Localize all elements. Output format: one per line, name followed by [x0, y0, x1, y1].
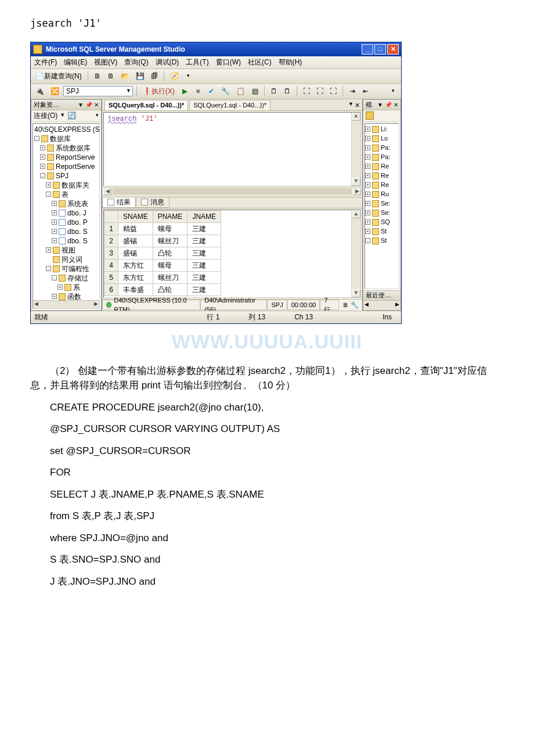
tree-node[interactable]: +系统表 [33, 199, 99, 208]
expand-icon[interactable]: + [365, 164, 370, 169]
connect-link[interactable]: 连接(O) [34, 110, 57, 121]
tree-node[interactable]: +Re [365, 181, 399, 190]
expand-icon[interactable]: + [46, 182, 51, 188]
parse-icon[interactable]: ✔ [205, 85, 217, 97]
tree-node[interactable]: +Pa: [365, 143, 399, 153]
menu-query[interactable]: 查询(Q) [124, 57, 148, 67]
results-text-icon[interactable]: ▤ [249, 85, 261, 97]
tree-node[interactable]: +Se: [365, 208, 399, 218]
expand-icon[interactable]: + [52, 210, 57, 215]
connect-dropdown-icon[interactable]: ▼ [60, 111, 65, 120]
expand-icon[interactable]: + [40, 164, 45, 169]
tree-node[interactable]: +Li: [365, 125, 399, 134]
tree-node[interactable]: +dbo. S [33, 236, 99, 246]
tree-node[interactable]: +系 [33, 283, 99, 292]
table-row[interactable]: 3盛锡凸轮三建 [104, 247, 221, 259]
open-icon[interactable]: 📂 [118, 70, 132, 82]
tree-node[interactable]: +Lo [365, 134, 399, 143]
change-connection-icon[interactable]: 🔀 [48, 85, 62, 97]
table-row[interactable]: 4东方红螺母三建 [104, 259, 221, 271]
minimize-button[interactable]: _ [362, 44, 373, 55]
editor-scrollbar-vertical[interactable]: ▲ ▼ [351, 113, 360, 186]
pin-icon[interactable]: 📌 [85, 102, 92, 108]
table-row[interactable]: 6丰泰盛凸轮三建 [104, 283, 221, 296]
tree-node[interactable]: +ReportServe [33, 162, 99, 171]
expand-icon[interactable]: + [365, 229, 370, 234]
dropdown-icon[interactable]: ▼ [78, 102, 84, 108]
new-db-query-icon[interactable]: 🗎 [92, 70, 103, 82]
save-icon[interactable]: 💾 [134, 70, 147, 82]
menu-help[interactable]: 帮助(H) [279, 57, 302, 67]
tree-node[interactable]: +Pa: [365, 153, 399, 162]
template-root-icon[interactable] [366, 111, 374, 120]
expand-icon[interactable]: + [365, 192, 370, 197]
tree-node[interactable]: +dbo. S [33, 227, 99, 236]
tab-query1[interactable]: SQLQuery1.sql - D40...))* [189, 100, 270, 110]
tree-node[interactable]: +数据库关 [33, 181, 99, 190]
options-icon[interactable]: ⛶ [327, 85, 339, 97]
scroll-left-icon[interactable]: ◀ [365, 301, 369, 310]
tree-node[interactable]: +dbo. J [33, 208, 99, 218]
menu-file[interactable]: 文件(F) [34, 57, 57, 67]
expand-icon[interactable]: + [365, 145, 370, 150]
connect-icon[interactable]: 🔌 [33, 85, 46, 97]
tree-node[interactable]: -存储过 [33, 273, 99, 283]
expand-icon[interactable]: + [365, 201, 370, 206]
tree-node[interactable]: +St [365, 227, 399, 236]
scroll-right-icon[interactable]: ▶ [353, 188, 361, 195]
activity-monitor-icon[interactable]: 🧭 [168, 70, 181, 82]
results-grid[interactable]: SNAMEPNAMEJNAME1精益螺母三建2盛锡螺丝刀三建3盛锡凸轮三建4东方… [104, 210, 221, 296]
messages-tab[interactable]: 消息 [136, 197, 169, 208]
expand-icon[interactable]: - [52, 275, 57, 280]
expand-icon[interactable]: + [365, 210, 370, 215]
table-row[interactable]: 1精益螺母三建 [104, 222, 221, 235]
grid-header[interactable]: JNAME [187, 210, 221, 222]
menu-community[interactable]: 社区(C) [248, 57, 272, 67]
menu-view[interactable]: 视图(V) [94, 57, 117, 67]
panel-close-icon[interactable]: ✕ [94, 102, 99, 108]
tree-node[interactable]: +Se: [365, 199, 399, 208]
scroll-left-icon[interactable]: ◀ [103, 188, 111, 195]
grid-header[interactable]: PNAME [153, 210, 187, 222]
tree-node[interactable]: +ReportServe [33, 153, 99, 162]
expand-icon[interactable]: + [52, 238, 57, 243]
menu-tools[interactable]: 工具(T) [186, 57, 208, 67]
grid-scrollbar-vertical[interactable]: ▲ ▼ [351, 210, 360, 297]
results-tab[interactable]: 结果 [102, 197, 136, 208]
tree-node[interactable]: 同义词 [33, 255, 99, 264]
template-tree[interactable]: +Li:+Lo+Pa:+Pa:+Re+Re+Re+Ru+Se:+Se:+SQ+S… [365, 123, 399, 289]
expand-icon[interactable]: + [52, 201, 57, 206]
tree-node[interactable]: +Ru [365, 190, 399, 199]
execute-button[interactable]: ❗ 执行(X) [140, 85, 177, 97]
scroll-down-icon[interactable]: ▼ [352, 289, 360, 297]
menu-edit[interactable]: 编辑(E) [64, 57, 87, 67]
table-row[interactable]: 2盛锡螺丝刀三建 [104, 235, 221, 247]
indent-icon[interactable]: ⇥ [347, 85, 358, 97]
new-file-icon[interactable]: 🗎 [105, 70, 117, 82]
expand-icon[interactable]: + [365, 173, 370, 178]
tree-node[interactable]: 40\SQLEXPRESS (S… [33, 125, 99, 134]
expand-icon[interactable]: + [40, 154, 45, 160]
refresh-icon[interactable]: 🔄 [67, 110, 76, 121]
sql-editor[interactable]: jsearch 'J1' ▲ ▼ [103, 112, 361, 186]
stop-icon[interactable]: ■ [192, 85, 204, 97]
menu-debug[interactable]: 调试(D) [156, 57, 179, 67]
expand-icon[interactable]: + [365, 219, 370, 225]
tree-node[interactable]: -SPJ [33, 171, 99, 181]
sqlcmd-icon[interactable]: ⛶ [301, 85, 312, 97]
tree-node[interactable]: +视图 [33, 246, 99, 255]
tab-query8[interactable]: SQLQuery8.sql - D40...))* [104, 100, 188, 110]
debug-icon[interactable]: ▶ [179, 85, 190, 97]
tree-node[interactable]: -表 [33, 190, 99, 199]
save-all-icon[interactable]: 🗐 [149, 70, 160, 82]
expand-icon[interactable]: - [34, 136, 39, 141]
menu-window[interactable]: 窗口(W) [216, 57, 241, 67]
template-icon[interactable]: ⛶ [314, 85, 326, 97]
expand-icon[interactable]: + [46, 247, 51, 253]
editor-scrollbar-horizontal[interactable]: ◀ ▶ [103, 188, 361, 196]
expand-icon[interactable]: - [365, 238, 370, 243]
tree-node[interactable]: +SQ [365, 218, 399, 227]
toolbar-overflow-icon[interactable]: ▾ [183, 70, 194, 82]
tree-node[interactable]: +系统数据库 [33, 143, 99, 153]
plan-icon[interactable]: 🔧 [219, 85, 232, 97]
